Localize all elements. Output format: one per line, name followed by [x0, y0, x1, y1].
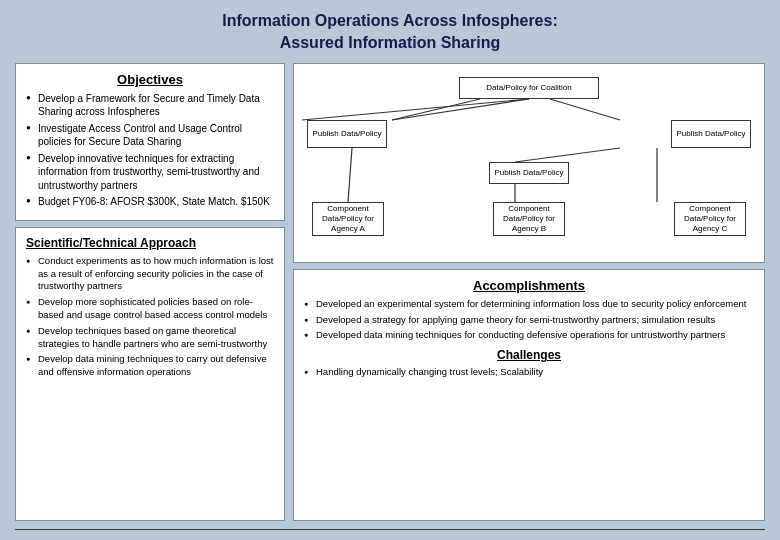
list-item: Developed a strategy for applying game t…	[304, 314, 754, 327]
svg-line-2	[550, 99, 620, 120]
list-item: Develop data mining techniques to carry …	[26, 353, 274, 379]
sci-tech-title: Scientific/Technical Approach	[26, 236, 274, 250]
accomplishments-list: Developed an experimental system for det…	[304, 298, 754, 342]
diagram-node-left: Publish Data/Policy	[307, 120, 387, 148]
diagram-node-right: Publish Data/Policy	[671, 120, 751, 148]
sci-tech-box: Scientific/Technical Approach Conduct ex…	[15, 227, 285, 521]
page: Information Operations Across Infosphere…	[0, 0, 780, 540]
list-item: Develop more sophisticated policies base…	[26, 296, 274, 322]
svg-line-0	[392, 99, 529, 120]
right-column: Data/Policy for Coalition Publish Data/P…	[293, 63, 765, 521]
diagram: Data/Policy for Coalition Publish Data/P…	[302, 72, 756, 254]
objectives-title: Objectives	[26, 72, 274, 87]
list-item: Develop innovative techniques for extrac…	[26, 152, 274, 193]
diagram-box: Data/Policy for Coalition Publish Data/P…	[293, 63, 765, 263]
diagram-node-bottom-center: Component Data/Policy for Agency B	[493, 202, 565, 236]
svg-line-1	[302, 99, 529, 120]
title-area: Information Operations Across Infosphere…	[15, 10, 765, 55]
sci-tech-list: Conduct experiments as to how much infor…	[26, 255, 274, 379]
svg-line-5	[515, 148, 620, 162]
svg-line-3	[392, 99, 480, 120]
svg-line-4	[348, 148, 352, 202]
objectives-list: Develop a Framework for Secure and Timel…	[26, 92, 274, 209]
list-item: Develop techniques based on game theoret…	[26, 325, 274, 351]
list-item: Develop a Framework for Secure and Timel…	[26, 92, 274, 119]
list-item: Developed data mining techniques for con…	[304, 329, 754, 342]
list-item: Handling dynamically changing trust leve…	[304, 366, 754, 379]
main-content: Objectives Develop a Framework for Secur…	[15, 63, 765, 521]
list-item: Budget FY06-8: AFOSR $300K, State Match.…	[26, 195, 274, 209]
challenges-title: Challenges	[304, 348, 754, 362]
challenges-section: Challenges Handling dynamically changing…	[304, 348, 754, 379]
list-item: Conduct experiments as to how much infor…	[26, 255, 274, 293]
diagram-node-bottom-right: Component Data/Policy for Agency C	[674, 202, 746, 236]
footer-divider	[15, 529, 765, 530]
accomplishments-box: Accomplishments Developed an experimenta…	[293, 269, 765, 521]
page-title: Information Operations Across Infosphere…	[15, 10, 765, 55]
diagram-node-top: Data/Policy for Coalition	[459, 77, 599, 99]
challenges-list: Handling dynamically changing trust leve…	[304, 366, 754, 379]
accomplishments-title: Accomplishments	[304, 278, 754, 293]
list-item: Investigate Access Control and Usage Con…	[26, 122, 274, 149]
objectives-box: Objectives Develop a Framework for Secur…	[15, 63, 285, 221]
diagram-node-bottom-left: Component Data/Policy for Agency A	[312, 202, 384, 236]
list-item: Developed an experimental system for det…	[304, 298, 754, 311]
diagram-node-mid: Publish Data/Policy	[489, 162, 569, 184]
left-column: Objectives Develop a Framework for Secur…	[15, 63, 285, 521]
